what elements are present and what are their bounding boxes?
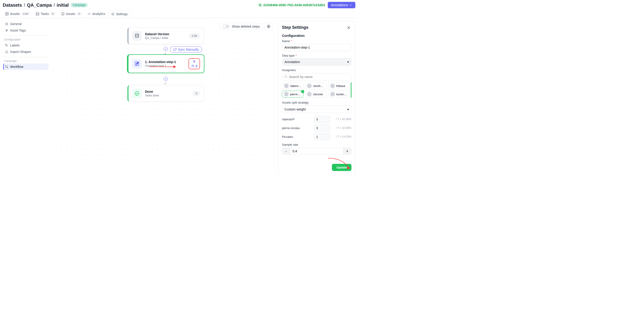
svg-point-17 <box>268 26 269 27</box>
step-settings-panel: Step Settings Configuration Name* Step t… <box>278 21 355 174</box>
card-count-badge: 0 <box>193 91 200 96</box>
svg-marker-23 <box>173 65 176 68</box>
sync-manually-button[interactable]: Sync Manually <box>170 46 202 52</box>
sidebar-item-import-shapes[interactable]: Import Shapes <box>3 48 48 55</box>
panel-title: Step Settings <box>282 25 308 30</box>
done-card[interactable]: Done Tasks done 0 <box>128 85 204 102</box>
sidebar-item-general[interactable]: General <box>3 21 48 27</box>
assignee-search-input[interactable] <box>282 73 352 80</box>
caret-down-icon: ▾ <box>347 60 349 64</box>
avatar <box>330 92 335 96</box>
sidebar-section-campaign: Campaign <box>4 60 48 62</box>
image-icon <box>5 12 9 16</box>
tab-analytics[interactable]: Analytics <box>85 10 108 17</box>
breadcrumb-sep: / <box>54 2 55 8</box>
uuid-text: 01936466-0090-7fd1-8436-0d6367e23db3 <box>263 3 325 7</box>
card-title: 1. Annotation-step-1 <box>145 60 185 64</box>
svg-point-6 <box>112 14 113 14</box>
tab-tasks[interactable]: Tasks 0 <box>33 10 58 17</box>
assignee-chip[interactable]: pierre-…✓ <box>282 91 304 98</box>
tab-issues[interactable]: Issues 0 <box>59 10 84 17</box>
weight-calc: / 7 = 42.86% <box>332 118 352 121</box>
canvas-settings-button[interactable] <box>265 22 272 30</box>
sidebar-section-config: Configuration <box>4 38 48 41</box>
annotation-arrow-update <box>326 156 353 172</box>
svg-point-13 <box>6 45 6 45</box>
sidebar-item-workflow[interactable]: Workflow <box>3 64 48 70</box>
sidebar-item-asset-tags[interactable]: Asset Tags <box>3 27 48 34</box>
weight-row: pierre-nicolas/ 7 = 42.86% <box>282 124 352 132</box>
users-icon <box>191 64 194 68</box>
gear-icon <box>267 25 270 28</box>
shapes-icon <box>5 50 8 54</box>
step-task-count: 0 <box>193 60 195 63</box>
tabs-row: Assets 3.4K Tasks 0 Issues 0 Analytics S… <box>0 10 358 18</box>
avatar <box>284 92 289 96</box>
assignee-chip[interactable]: Valenti… <box>282 82 304 89</box>
card-subtitle: Tasks done <box>145 94 190 97</box>
weight-calc: / 7 = 42.86% <box>332 126 352 130</box>
sample-rate-increase[interactable]: + <box>344 148 351 154</box>
split-strategy-label: Assets split strategy <box>282 101 352 104</box>
breadcrumb-datasets[interactable]: Datasets <box>3 2 22 8</box>
svg-line-28 <box>286 77 287 78</box>
step-name-input[interactable] <box>282 44 352 51</box>
add-step-button[interactable]: + <box>164 47 168 51</box>
card-subtitle: QA_Campa / initial <box>145 36 186 40</box>
assignee-grid: Valenti…remihe…thibautpierre-…✓cbrunielu… <box>282 82 352 98</box>
svg-marker-29 <box>347 166 350 169</box>
sample-rate-decrease[interactable]: - <box>282 148 290 154</box>
sidebar-item-label: Asset Tags <box>10 28 26 32</box>
hash-icon <box>5 29 8 32</box>
check-icon: ✓ <box>301 90 304 93</box>
tag-icon <box>5 44 8 47</box>
weight-row: Picsalex/ 7 = 14.29% <box>282 133 352 140</box>
tab-issues-badge: 0 <box>77 12 82 16</box>
dataset-version-card[interactable]: Dataset Version QA_Campa / initial 3.4K <box>128 28 204 44</box>
check-circle-icon <box>132 88 142 98</box>
sample-rate-input[interactable] <box>290 148 344 154</box>
step-type-select[interactable]: Annotation ▾ <box>282 58 352 66</box>
weight-input[interactable] <box>314 124 330 132</box>
chart-icon <box>87 12 91 16</box>
workflow-icon <box>5 65 8 68</box>
annotation-step-card[interactable]: 1. Annotation-step-1 Annotation task 1 0… <box>128 55 204 73</box>
name-label: Name* <box>282 39 352 43</box>
weight-input[interactable] <box>314 133 330 140</box>
assignee-name: pierre-… <box>290 92 302 96</box>
sidebar-item-labels[interactable]: Labels <box>3 42 48 48</box>
show-deleted-toggle[interactable]: Show deleted steps <box>220 23 263 30</box>
close-button[interactable] <box>346 24 352 31</box>
avatar <box>284 84 289 88</box>
breadcrumb: Datasets / QA_Campa / initial Campaign <box>3 2 88 8</box>
assignee-chip[interactable]: remihe… <box>305 82 326 89</box>
edit-icon <box>132 59 142 68</box>
breadcrumb-dataset[interactable]: QA_Campa <box>27 2 52 8</box>
add-step-button[interactable]: + <box>164 77 168 81</box>
step-type-label: Step type* <box>282 54 352 57</box>
svg-marker-14 <box>5 50 8 53</box>
tab-assets[interactable]: Assets 3.4K <box>3 10 32 17</box>
tab-settings[interactable]: Settings <box>108 10 130 18</box>
annotation-arrow <box>149 64 177 69</box>
uuid-copy[interactable]: 01936466-0090-7fd1-8436-0d6367e23db3 <box>258 3 325 7</box>
split-strategy-select[interactable]: Custom weight ▾ <box>282 106 352 113</box>
avatar <box>330 84 335 88</box>
workflow-canvas[interactable]: Show deleted steps Dataset Version QA_Ca… <box>54 21 275 174</box>
card-title: Dataset Version <box>145 32 186 36</box>
card-count-badge: 3.4K <box>189 33 200 38</box>
svg-point-8 <box>6 23 8 25</box>
assignee-chip[interactable]: thibaut <box>328 82 350 89</box>
assignees-label: Assignees <box>282 68 352 72</box>
assignee-name: cbrunie <box>313 92 323 96</box>
assignee-chip[interactable]: cbrunie <box>305 91 326 98</box>
toggle-icon <box>222 25 230 28</box>
weight-input[interactable] <box>314 116 330 123</box>
settings-sidebar: General Asset Tags Configuration Labels … <box>0 18 51 174</box>
svg-point-24 <box>135 92 139 96</box>
sidebar-item-label: General <box>10 22 22 26</box>
annotations-button[interactable]: Annotations <box>328 2 355 8</box>
svg-point-27 <box>285 76 286 77</box>
show-deleted-label: Show deleted steps <box>232 25 260 28</box>
assignee-chip[interactable]: lucien.… <box>328 91 350 98</box>
